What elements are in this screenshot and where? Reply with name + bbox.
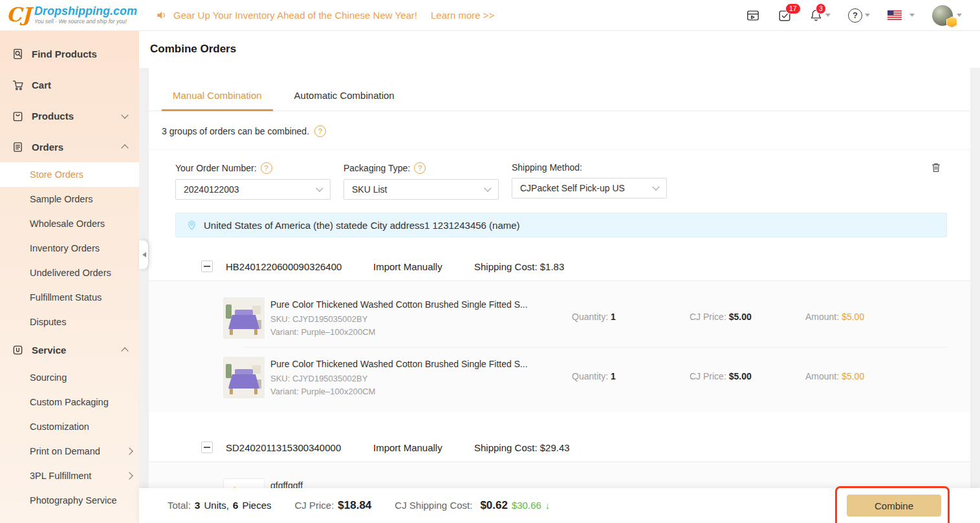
order-number: SD2402011315300340000 <box>226 442 373 453</box>
footer-shipping-cost: CJ Shipping Cost: $0.62 $30.66 ↓ <box>395 499 550 512</box>
chevron-right-icon <box>125 447 133 454</box>
sidebar-item-3pl-fulfillment[interactable]: 3PL Fulfillment <box>0 464 139 488</box>
total-pieces-value: 6 <box>233 500 239 511</box>
cj-logo-mark: CJ <box>6 5 31 25</box>
chevron-down-icon <box>652 183 659 190</box>
chevron-right-icon <box>125 472 133 479</box>
page-title: Combine Orders <box>150 43 236 56</box>
sidebar-item-label: Orders <box>32 142 63 153</box>
chevron-down-icon <box>121 111 128 118</box>
sidebar-item-store-orders[interactable]: Store Orders <box>0 162 139 187</box>
trash-icon <box>930 162 942 173</box>
group-checkbox[interactable] <box>201 261 213 272</box>
help-menu-button[interactable]: ? <box>848 8 870 23</box>
question-icon: ? <box>848 8 862 23</box>
sidebar-item-label: Find Products <box>32 48 97 59</box>
footer-cj-price: CJ Price: $18.84 <box>294 499 371 512</box>
product-title: Pure Color Thickened Washed Cotton Brush… <box>270 299 528 310</box>
total-units-word: Units, <box>204 500 228 511</box>
language-selector[interactable] <box>887 10 915 20</box>
sidebar-item-find-products[interactable]: Find Products <box>0 38 139 69</box>
chevron-left-icon <box>140 252 146 257</box>
shipping-cost-original-value: $30.66 <box>512 500 541 511</box>
tutorial-video-button[interactable] <box>746 8 760 23</box>
location-pin-icon <box>186 220 197 231</box>
packaging-type-select[interactable]: SKU List <box>343 179 499 200</box>
shipping-method-select[interactable]: CJPacket Self Pick-up US <box>512 178 667 198</box>
combination-tabs: Manual Combination Automatic Combination <box>149 68 970 111</box>
sidebar-item-fulfillment-status[interactable]: Fulfillment Status <box>0 285 139 310</box>
service-icon <box>12 344 24 356</box>
combine-button[interactable]: Combine <box>847 495 941 517</box>
chevron-down-icon <box>865 14 870 19</box>
avatar <box>932 5 953 26</box>
sidebar-item-inventory-orders[interactable]: Inventory Orders <box>0 236 139 261</box>
sidebar-item-sample-orders[interactable]: Sample Orders <box>0 187 139 211</box>
header-icons: 17 3 ? <box>746 5 962 26</box>
cj-logo-brand: Dropshipping.com <box>34 5 137 18</box>
tab-automatic-combination[interactable]: Automatic Combination <box>283 83 406 111</box>
sidebar-item-print-on-demand[interactable]: Print on Demand <box>0 439 139 464</box>
sidebar-item-undelivered-orders[interactable]: Undelivered Orders <box>0 261 139 285</box>
sidebar-item-photography-service[interactable]: Photography Service <box>0 488 139 513</box>
shipping-address-text: United States of America (the) statede C… <box>204 220 520 231</box>
cj-price-value: $18.84 <box>338 499 371 512</box>
shipping-cost: Shipping Cost: $29.43 <box>474 442 570 453</box>
order-number-field: Your Order Number: ? 20240122003 <box>175 162 331 200</box>
account-menu[interactable] <box>932 5 962 26</box>
top-header: CJ Dropshipping.com You sell - We source… <box>0 0 980 31</box>
amount-label: Amount: <box>805 371 839 381</box>
page-title-bar: Combine Orders <box>139 30 980 68</box>
sidebar: Find Products Cart Products Orders Store… <box>0 30 139 523</box>
chevron-down-icon <box>484 184 491 191</box>
chevron-up-icon <box>121 144 128 151</box>
packaging-type-label: Packaging Type: <box>343 163 410 173</box>
order-number-value: 20240122003 <box>184 184 239 195</box>
cj-price-value: $5.00 <box>729 371 752 381</box>
totals-footer-bar: Total: 3 Units, 6 Pieces CJ Price: $18.8… <box>139 488 980 523</box>
product-image <box>223 357 265 398</box>
sidebar-item-custom-packaging[interactable]: Custom Packaging <box>0 390 139 414</box>
cj-price-label: CJ Price: <box>294 500 334 511</box>
cj-shipping-cost-label: CJ Shipping Cost: <box>395 500 472 511</box>
announcement-bar: Gear Up Your Inventory Ahead of the Chin… <box>155 9 494 21</box>
us-flag-icon <box>887 10 902 20</box>
shipping-cost: Shipping Cost: $1.83 <box>474 261 564 272</box>
import-type: Import Manually <box>373 442 474 453</box>
sidebar-item-cart[interactable]: Cart <box>0 69 139 100</box>
orders-icon <box>12 141 24 153</box>
announcement-text: Gear Up Your Inventory Ahead of the Chin… <box>173 10 417 21</box>
product-sku: SKU: CJYD195035002BY <box>270 313 528 326</box>
sidebar-item-sourcing[interactable]: Sourcing <box>0 365 139 390</box>
sidebar-item-service[interactable]: Service <box>0 334 139 365</box>
help-question-icon[interactable]: ? <box>314 125 326 137</box>
amount-value: $5.00 <box>842 371 864 381</box>
tab-manual-combination[interactable]: Manual Combination <box>162 83 273 111</box>
notifications-button[interactable]: 3 <box>809 8 831 22</box>
app-root: CJ Dropshipping.com You sell - We source… <box>0 0 980 523</box>
order-group-products: Pure Color Thickened Washed Cotton Brush… <box>149 281 970 412</box>
combine-filters: Your Order Number: ? 20240122003 Packagi… <box>149 150 970 200</box>
sidebar-item-wholesale-orders[interactable]: Wholesale Orders <box>0 211 139 236</box>
sidebar-item-products[interactable]: Products <box>0 100 139 131</box>
product-variant: Variant: Purple–100x200CM <box>270 385 528 398</box>
group-checkbox[interactable] <box>201 442 213 453</box>
sidebar-item-orders[interactable]: Orders <box>0 131 139 162</box>
help-question-icon[interactable]: ? <box>261 162 272 174</box>
quantity-label: Quantity: <box>572 312 608 322</box>
cj-price-label: CJ Price: <box>690 371 726 381</box>
announcement-learn-more-link[interactable]: Learn more >> <box>431 10 494 21</box>
help-question-icon[interactable]: ? <box>414 162 426 174</box>
sidebar-item-customization[interactable]: Customization <box>0 414 139 439</box>
sidebar-collapse-handle[interactable] <box>139 240 148 269</box>
sidebar-item-label: Service <box>32 345 66 356</box>
main-area: Combine Orders Manual Combination Automa… <box>139 30 980 523</box>
order-number-select[interactable]: 20240122003 <box>175 179 331 200</box>
groups-summary-row: 3 groups of orders can be combined. ? <box>149 111 970 150</box>
task-center-button[interactable]: 17 <box>778 8 792 23</box>
delete-group-button[interactable] <box>930 162 942 176</box>
cj-logo[interactable]: CJ Dropshipping.com You sell - We source… <box>6 5 137 25</box>
import-type: Import Manually <box>373 261 474 272</box>
sidebar-item-disputes[interactable]: Disputes <box>0 310 139 334</box>
sidebar-item-label: Cart <box>32 80 51 91</box>
